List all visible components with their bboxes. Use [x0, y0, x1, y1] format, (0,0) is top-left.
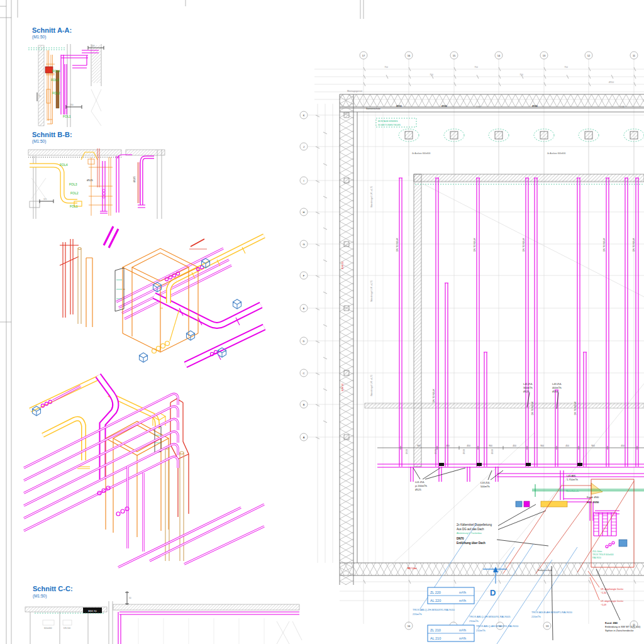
structural-columns: 4x Auslass 600x600 4x Auslass 600x600: [399, 129, 644, 176]
wickelfalz-note: Wickelfalzrohr: [566, 490, 580, 492]
flow-al210: AL 210: [430, 636, 441, 640]
dim-900-2: 900: [489, 445, 492, 447]
grid-axis-D: D: [303, 340, 305, 343]
dim-115: 115: [43, 198, 47, 201]
grille-size: 600x600: [44, 627, 52, 630]
section-b-scale: (M1:50): [32, 139, 46, 144]
bottom-dimension-chains: [340, 566, 644, 640]
fol2-label-b: FOL2: [70, 191, 79, 195]
section-b-b: Schnitt B-B: (M1:50) Ø125 Ø125: [28, 131, 165, 219]
grid-axis-C: C: [303, 372, 305, 375]
duct-risers: DN 70 RGUK DN 70 RGUK DN 70 RGUK DN 70 R…: [396, 178, 639, 482]
riser-label-6: DN 70 RGUK: [574, 401, 577, 415]
dim-750-2: 750: [474, 66, 478, 69]
grid-axis-11: 11: [633, 54, 636, 57]
isometric-view-lower: [24, 375, 264, 567]
grid-bubbles-left: K J I H G F E D C B A: [300, 111, 308, 441]
grid-axis-F: F: [303, 274, 305, 277]
section-a-scale: (M1:50): [32, 35, 46, 40]
left-dimension-chains: [316, 104, 333, 563]
flow-al220: AL 220: [430, 599, 441, 602]
airflow-box-220: ZL 220 m³/h AL 220 m³/h: [428, 587, 474, 604]
kaelte-line1: 2x Kältemittel-Doppelleitung: [457, 523, 492, 526]
iso2-diffuser-cube: [33, 386, 81, 416]
flow-zl210: ZL 210: [430, 628, 441, 632]
dia150-2: Ø150: [441, 105, 447, 108]
zulgitter-line2: TROX TRS-R 600x600: [592, 553, 614, 556]
grid-axis-13: 13: [543, 54, 546, 57]
d-marker-letter: D: [490, 588, 496, 597]
inner-room-walls: [365, 174, 644, 567]
sheet-frame: [0, 0, 364, 644]
dsa-1: DSA: [476, 106, 481, 108]
trox4-line2: 220m³/h: [531, 615, 541, 618]
grid-axis-H: H: [303, 211, 305, 214]
sonnenschutz-top: Sonnenschutz: [366, 108, 380, 110]
stub-dia-2: Ø160: [435, 449, 437, 454]
kond-label: Kond. Ø40: [587, 496, 599, 499]
dim-750-1: 750: [384, 66, 388, 69]
dim-230: 230: [70, 104, 74, 106]
l41-line1: L41 ZUL: [523, 382, 533, 386]
dia150-3: Ø150: [532, 105, 538, 108]
dim-900-4: 900: [591, 445, 595, 447]
geruest-label: Montagegerüst: [347, 90, 362, 92]
airflow-box-210: ZL 210 m³/h AL 210 m³/h: [428, 625, 474, 641]
l41-line2: 300m³/h: [523, 386, 533, 389]
grid-axis-B: B: [303, 403, 305, 406]
flow-al210-unit: m³/h: [459, 636, 466, 640]
iso1-red-pipes: [60, 239, 92, 327]
grid-axis-E: E: [303, 307, 305, 310]
stub-dia-1: Ø160: [406, 449, 408, 454]
fol2-label: FOL2: [52, 91, 60, 95]
dim-450-2: 450: [467, 445, 470, 447]
dim-450: 450: [91, 45, 95, 47]
entl-text: Entlüftung über Dach: [457, 541, 486, 545]
l41-line3: Ø125: [523, 390, 530, 393]
zulgitter-line1: ZUL-Gitter: [592, 550, 602, 553]
auslass-note-2: 4x Auslass 600x600: [547, 152, 565, 155]
trox2-line1: TROX ABLQ-ZH-M/300/91-RAL9005: [469, 615, 511, 618]
dim-750-4: 750: [430, 74, 433, 76]
grid-axis-G: G: [303, 243, 304, 246]
grid-axis-A: A: [303, 436, 305, 439]
zulgitter-line3: RAL9010: [592, 557, 601, 559]
dia150-1: Ø150: [396, 105, 402, 108]
fol4-label: FOL4: [52, 69, 60, 73]
grid-axis-17: 17: [362, 54, 365, 57]
plan-grid-lines: [308, 59, 644, 624]
grid-axis-16: 16: [408, 54, 411, 57]
wandriegel-1: Wandriegel UK +4,75: [370, 186, 373, 208]
section-c-c: Schnitt C-C: (M1:50) BSK 90 600x600 DN 1…: [25, 585, 302, 644]
dim-900-3: 900: [540, 445, 544, 447]
fol1-label: FOL1: [63, 114, 71, 118]
montage-note-line1: MONTAGE HINWEIS: [378, 120, 398, 123]
fol4-label-b: FOL4: [60, 163, 68, 167]
riser-label-1: DN 70 RGUK: [396, 238, 399, 252]
riser-label-7: DN 70 RGUK: [603, 238, 606, 252]
fol1-label-b: FOL1: [70, 204, 78, 208]
l01-line1: L01 ZUL: [415, 480, 425, 484]
rd-note: RD 1,2m: [408, 567, 416, 570]
l01-line2: je 200m³/h: [414, 484, 427, 487]
grid-bubbles-top: 17 16 15 14 13 12 11: [360, 52, 638, 59]
kond2-line1: Kond. Ø40: [605, 621, 618, 625]
duct-dn: DN 100: [64, 627, 70, 630]
wandriegel-2: Wandriegel UK +4,75: [370, 280, 373, 302]
uk2-text: UK abgehängte Decke: [601, 600, 623, 602]
uk2-value: ~5,09: [601, 604, 606, 606]
section-a-title: Schnitt A-A:: [32, 26, 72, 34]
grid-axis-12: 12: [587, 54, 591, 57]
grid-axis-I: I: [303, 179, 304, 182]
cad-canvas: Schnitt A-A: (M1:50) 450 230 70 FOL4 FOL…: [0, 0, 644, 644]
trox3-line2: 210m³/h: [476, 629, 486, 632]
stub-dia-4: Ø160: [491, 449, 494, 454]
riser-label-4: DN 70 RGUK: [523, 238, 525, 252]
section-c-drawing: BSK 90 600x600 DN 100 50: [25, 591, 302, 644]
bsk-wall-tag-1: BSK 90: [341, 262, 344, 269]
dim-150: Ø150: [609, 81, 614, 84]
wandriegel-3: Wandriegel UK +4,75: [370, 375, 373, 396]
dim-450-3: 450: [513, 445, 516, 447]
flow-zl220-unit: m³/h: [459, 591, 466, 594]
grid-axis-b16: 16: [408, 625, 411, 628]
